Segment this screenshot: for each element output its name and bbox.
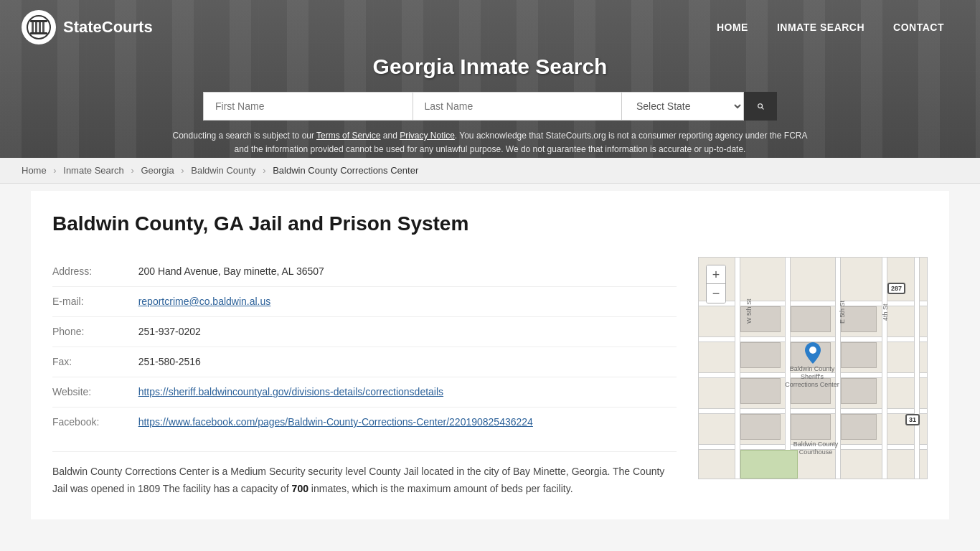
svg-line-8 (762, 108, 763, 109)
address-label: Address: (52, 257, 138, 287)
address-value: 200 Hand Avenue, Bay minette, AL 36507 (138, 257, 677, 287)
breadcrumb-county[interactable]: Baldwin County (191, 165, 255, 176)
address-row: Address: 200 Hand Avenue, Bay minette, A… (52, 257, 677, 287)
map-pin (805, 342, 821, 364)
building-12 (841, 414, 877, 440)
svg-rect-6 (30, 32, 47, 34)
facebook-link[interactable]: https://www.facebook.com/pages/Baldwin-C… (138, 416, 533, 428)
breadcrumb-facility: Baldwin County Corrections Center (273, 165, 418, 176)
website-row: Website: https://sheriff.baldwincountyal… (52, 377, 677, 408)
website-label: Website: (52, 377, 138, 408)
breadcrumb-state[interactable]: Georgia (141, 165, 174, 176)
info-section: Address: 200 Hand Avenue, Bay minette, A… (52, 257, 677, 498)
facebook-row: Facebook: https://www.facebook.com/pages… (52, 408, 677, 438)
phone-label: Phone: (52, 317, 138, 347)
nav-menu: HOME INMATE SEARCH CONTACT (702, 22, 958, 33)
first-name-input[interactable] (203, 92, 413, 121)
label-e5th: E 5th St (839, 301, 846, 324)
svg-rect-4 (42, 22, 44, 33)
map-section: + − (698, 257, 928, 479)
capacity-value: 700 (292, 483, 308, 494)
fax-value: 251-580-2516 (138, 347, 677, 377)
map-container: + − (698, 257, 928, 479)
corrections-label: Baldwin County Sheriff's Corrections Cen… (783, 365, 841, 388)
fax-row: Fax: 251-580-2516 (52, 347, 677, 377)
building-9 (740, 378, 781, 404)
hero-title: Georgia Inmate Search (14, 55, 966, 79)
top-nav: StateCourts HOME INMATE SEARCH CONTACT (0, 0, 980, 55)
building-2 (740, 342, 781, 368)
facility-title: Baldwin County, GA Jail and Prison Syste… (52, 212, 928, 235)
email-link[interactable]: reportcrime@co.baldwin.al.us (138, 296, 271, 307)
breadcrumb: Home › Inmate Search › Georgia › Baldwin… (0, 158, 980, 184)
privacy-link[interactable]: Privacy Notice (400, 131, 455, 141)
street-h2 (699, 336, 927, 342)
website-link[interactable]: https://sheriff.baldwincountyal.gov/divi… (138, 386, 443, 397)
fax-label: Fax: (52, 347, 138, 377)
breadcrumb-inmate-search[interactable]: Inmate Search (63, 165, 124, 176)
courthouse-label: Baldwin County Courthouse (791, 441, 841, 456)
building-8 (841, 378, 877, 404)
building-5 (841, 306, 877, 332)
building-courthouse (791, 414, 831, 440)
site-header: StateCourts HOME INMATE SEARCH CONTACT G… (0, 0, 980, 158)
facility-description: Baldwin County Corrections Center is a M… (52, 451, 677, 498)
breadcrumb-home[interactable]: Home (22, 165, 47, 176)
facebook-label: Facebook: (52, 408, 138, 438)
facebook-value: https://www.facebook.com/pages/Baldwin-C… (138, 408, 677, 438)
park-area (740, 450, 798, 479)
site-logo[interactable]: StateCourts (22, 10, 153, 44)
last-name-input[interactable] (413, 92, 623, 121)
search-bar: Select State Alabama Alaska Arizona Geor… (203, 92, 777, 121)
svg-rect-1 (32, 22, 34, 33)
svg-rect-2 (35, 22, 37, 33)
main-content: Baldwin County, GA Jail and Prison Syste… (31, 191, 949, 519)
content-layout: Address: 200 Hand Avenue, Bay minette, A… (52, 257, 928, 498)
logo-icon (22, 10, 56, 44)
search-button[interactable] (744, 92, 777, 121)
legal-text: Conducting a search is subject to our Te… (167, 129, 813, 156)
svg-rect-5 (30, 20, 47, 22)
street-v4 (882, 258, 887, 479)
nav-inmate-search[interactable]: INMATE SEARCH (763, 16, 879, 39)
description-end: inmates, which is the maximum amount of … (308, 483, 573, 494)
phone-row: Phone: 251-937-0202 (52, 317, 677, 347)
map-inner: + − (699, 258, 927, 479)
website-value: https://sheriff.baldwincountyal.gov/divi… (138, 377, 677, 408)
route-31: 31 (905, 414, 920, 425)
street-v5 (914, 258, 920, 479)
building-6 (841, 342, 877, 368)
street-h1 (699, 301, 927, 306)
zoom-out-button[interactable]: − (707, 284, 725, 303)
svg-point-9 (809, 347, 816, 354)
building-3 (791, 306, 831, 332)
svg-rect-3 (39, 22, 41, 33)
label-4th: 4th St (882, 303, 889, 321)
phone-value: 251-937-0202 (138, 317, 677, 347)
site-name: StateCourts (63, 18, 153, 37)
zoom-in-button[interactable]: + (707, 265, 725, 284)
facility-info-table: Address: 200 Hand Avenue, Bay minette, A… (52, 257, 677, 437)
street-v1 (735, 258, 740, 479)
building-10 (740, 414, 781, 440)
hero-section: Georgia Inmate Search Select State Alaba… (0, 55, 980, 158)
street-h4 (699, 408, 927, 414)
nav-contact[interactable]: CONTACT (879, 16, 958, 39)
label-w5th: W 5th St (745, 298, 753, 324)
email-label: E-mail: (52, 287, 138, 317)
state-select[interactable]: Select State Alabama Alaska Arizona Geor… (622, 92, 744, 121)
map-zoom-controls: + − (706, 265, 726, 303)
email-row: E-mail: reportcrime@co.baldwin.al.us (52, 287, 677, 317)
route-287: 287 (887, 283, 905, 294)
terms-link[interactable]: Terms of Service (316, 131, 380, 141)
email-value: reportcrime@co.baldwin.al.us (138, 287, 677, 317)
nav-home[interactable]: HOME (702, 16, 763, 39)
